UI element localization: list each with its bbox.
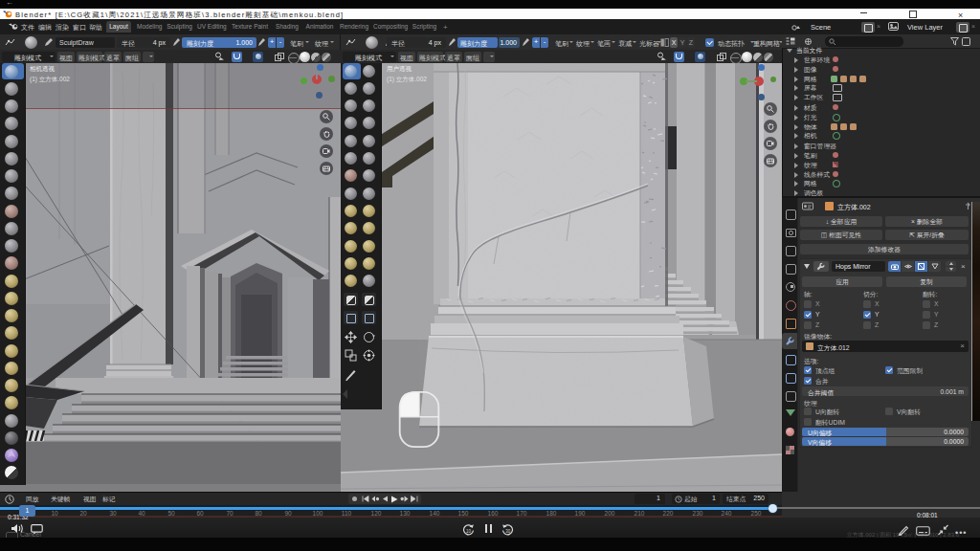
svg-text:10: 10	[466, 529, 472, 534]
svg-text:30: 30	[505, 529, 511, 534]
